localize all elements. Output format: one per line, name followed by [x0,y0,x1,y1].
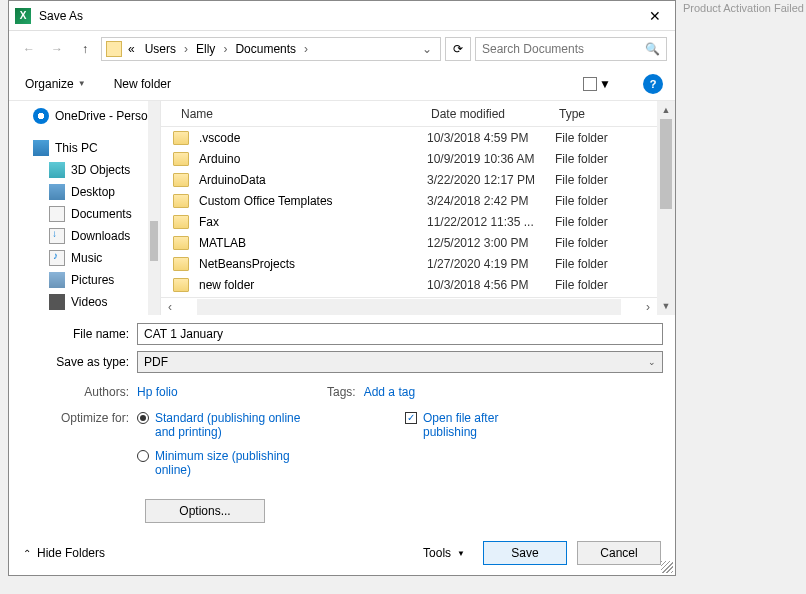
folder-icon [173,194,189,208]
folder-icon [173,131,189,145]
address-bar[interactable]: « Users › Elly › Documents › ⌄ [101,37,441,61]
file-row[interactable]: new folder10/3/2018 4:56 PMFile folder [161,274,657,295]
sidebar-item-videos[interactable]: Videos [9,291,160,313]
scroll-left-icon[interactable]: ‹ [161,300,179,314]
crumb-documents[interactable]: Documents [231,40,300,58]
view-options-button[interactable]: ▼ [579,73,615,95]
file-row[interactable]: .vscode10/3/2018 4:59 PMFile folder [161,127,657,148]
filename-input[interactable] [137,323,663,345]
vertical-scrollbar[interactable]: ▲ ▼ [657,101,675,315]
address-dropdown[interactable]: ⌄ [418,42,436,56]
help-button[interactable]: ? [643,74,663,94]
file-date: 3/24/2018 2:42 PM [427,194,555,208]
chevron-right-icon: › [182,42,190,56]
refresh-button[interactable]: ⟳ [445,37,471,61]
desktop-icon [49,184,65,200]
chevron-up-icon: ⌃ [23,548,31,559]
checkbox-open-after-label: Open file after publishing [423,411,543,439]
scroll-thumb[interactable] [660,119,672,209]
file-row[interactable]: ArduinoData3/22/2020 12:17 PMFile folder [161,169,657,190]
sidebar-item-downloads[interactable]: Downloads [9,225,160,247]
sidebar-item-label: Music [71,251,102,265]
sidebar-item-label: Documents [71,207,132,221]
3d-icon [49,162,65,178]
sidebar-item-pictures[interactable]: Pictures [9,269,160,291]
radio-icon [137,450,149,462]
file-row[interactable]: Fax11/22/2012 11:35 ...File folder [161,211,657,232]
pc-icon [33,140,49,156]
options-button[interactable]: Options... [145,499,265,523]
folder-icon [173,152,189,166]
back-button[interactable]: ← [17,37,41,61]
radio-standard-label: Standard (publishing online and printing… [155,411,305,439]
search-icon: 🔍 [645,42,660,56]
file-name: new folder [199,278,427,292]
sidebar-item-this-pc[interactable]: This PC [9,137,160,159]
checkbox-open-after[interactable]: Open file after publishing [405,411,543,439]
tools-label: Tools [423,546,451,560]
saveastype-select[interactable]: PDF ⌄ [137,351,663,373]
sidebar-item-music[interactable]: Music [9,247,160,269]
chevron-down-icon: ▼ [457,549,465,558]
file-name: .vscode [199,131,427,145]
file-date: 1/27/2020 4:19 PM [427,257,555,271]
authors-value[interactable]: Hp folio [137,385,178,399]
sidebar-item-documents[interactable]: Documents [9,203,160,225]
file-type: File folder [555,131,655,145]
file-row[interactable]: Custom Office Templates3/24/2018 2:42 PM… [161,190,657,211]
folder-icon [173,257,189,271]
file-date: 11/22/2012 11:35 ... [427,215,555,229]
new-folder-button[interactable]: New folder [110,73,175,95]
chevron-down-icon: ▼ [78,79,86,88]
file-type: File folder [555,215,655,229]
sidebar-item-label: Desktop [71,185,115,199]
save-as-dialog: X Save As ✕ ← → ↑ « Users › Elly › Docum… [8,0,676,576]
file-type: File folder [555,257,655,271]
file-type: File folder [555,194,655,208]
sidebar-item-3d-objects[interactable]: 3D Objects [9,159,160,181]
resize-grip[interactable] [661,561,673,573]
scroll-right-icon[interactable]: › [639,300,657,314]
column-name[interactable]: Name [173,103,423,125]
radio-standard[interactable]: Standard (publishing online and printing… [137,411,305,439]
folder-icon [173,173,189,187]
crumb-prefix[interactable]: « [124,40,139,58]
forward-button[interactable]: → [45,37,69,61]
sidebar-item-label: Pictures [71,273,114,287]
cancel-button[interactable]: Cancel [577,541,661,565]
file-row[interactable]: NetBeansProjects1/27/2020 4:19 PMFile fo… [161,253,657,274]
crumb-elly[interactable]: Elly [192,40,219,58]
file-row[interactable]: MATLAB12/5/2012 3:00 PMFile folder [161,232,657,253]
radio-minimum[interactable]: Minimum size (publishing online) [137,449,305,477]
tools-button[interactable]: Tools ▼ [415,542,473,564]
hide-folders-button[interactable]: ⌃ Hide Folders [23,546,105,560]
organize-button[interactable]: Organize ▼ [21,73,90,95]
authors-label: Authors: [21,385,129,399]
folder-icon [173,278,189,292]
sidebar-item-onedrive-person[interactable]: OneDrive - Person [9,105,160,127]
scroll-down-icon[interactable]: ▼ [657,297,675,315]
up-button[interactable]: ↑ [73,37,97,61]
column-date[interactable]: Date modified [423,103,551,125]
file-date: 10/9/2019 10:36 AM [427,152,555,166]
horizontal-scrollbar[interactable]: ‹ › [161,297,657,315]
footer: ⌃ Hide Folders Tools ▼ Save Cancel [9,531,675,575]
search-box[interactable]: 🔍 [475,37,667,61]
sidebar-item-label: 3D Objects [71,163,130,177]
sidebar-item-desktop[interactable]: Desktop [9,181,160,203]
tags-value[interactable]: Add a tag [364,385,415,399]
sidebar-scrollbar[interactable] [148,101,160,315]
save-button[interactable]: Save [483,541,567,565]
folder-icon [173,236,189,250]
file-row[interactable]: Arduino10/9/2019 10:36 AMFile folder [161,148,657,169]
file-type: File folder [555,236,655,250]
optimize-label: Optimize for: [21,411,129,523]
sidebar-item-label: This PC [55,141,98,155]
crumb-users[interactable]: Users [141,40,180,58]
scroll-up-icon[interactable]: ▲ [657,101,675,119]
close-button[interactable]: ✕ [641,2,669,30]
chevron-right-icon: › [221,42,229,56]
column-type[interactable]: Type [551,103,651,125]
search-input[interactable] [482,42,645,56]
file-list: Name Date modified Type .vscode10/3/2018… [161,101,657,315]
